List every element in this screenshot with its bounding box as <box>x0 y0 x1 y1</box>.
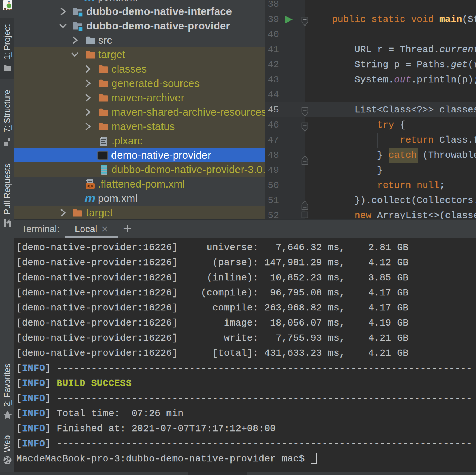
svg-text:m: m <box>84 193 95 204</box>
svg-text:m: m <box>84 0 95 3</box>
svg-text:<>: <> <box>87 184 93 189</box>
